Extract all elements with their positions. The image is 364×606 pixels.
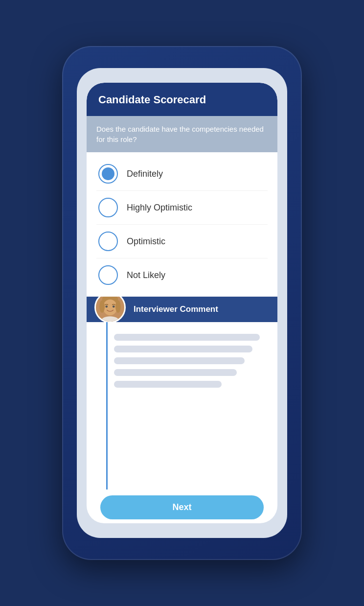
option-not-likely[interactable]: Not Likely — [96, 258, 268, 292]
comment-line-5 — [114, 381, 222, 388]
screen: Candidate Scorecard Does the candidate h… — [87, 83, 277, 523]
comment-header-title: Interviewer Comment — [134, 304, 218, 314]
svg-point-3 — [99, 301, 105, 313]
radio-inner-definitely — [102, 167, 114, 180]
svg-point-6 — [105, 305, 108, 308]
vertical-line — [106, 322, 108, 489]
option-label-definitely: Definitely — [127, 169, 163, 179]
comment-line-1 — [114, 334, 260, 341]
option-highly-optimistic[interactable]: Highly Optimistic — [96, 191, 268, 225]
interviewer-avatar — [94, 297, 126, 323]
radio-optimistic[interactable] — [98, 232, 118, 251]
options-section: Definitely Highly Optimistic Optimistic … — [87, 152, 277, 297]
next-button[interactable]: Next — [100, 495, 264, 519]
phone-inner: Candidate Scorecard Does the candidate h… — [77, 68, 287, 538]
app-header: Candidate Scorecard — [87, 83, 277, 116]
svg-point-7 — [113, 305, 115, 308]
comment-header: Interviewer Comment — [87, 297, 277, 322]
question-bar: Does the candidate have the competencies… — [87, 116, 277, 152]
question-text: Does the candidate have the competencies… — [96, 125, 264, 143]
radio-definitely[interactable] — [98, 164, 118, 184]
comment-line-4 — [114, 369, 237, 376]
app-title: Candidate Scorecard — [98, 93, 206, 106]
comment-lines — [114, 334, 268, 388]
option-optimistic[interactable]: Optimistic — [96, 225, 268, 258]
option-label-optimistic: Optimistic — [127, 236, 165, 247]
svg-point-4 — [115, 301, 121, 313]
comment-line-2 — [114, 346, 252, 352]
option-label-highly-optimistic: Highly Optimistic — [127, 203, 192, 213]
radio-highly-optimistic[interactable] — [98, 198, 118, 217]
comment-body — [87, 322, 277, 489]
option-label-not-likely: Not Likely — [127, 270, 165, 280]
phone-outer: Candidate Scorecard Does the candidate h… — [62, 46, 302, 560]
svg-point-2 — [103, 300, 117, 316]
comment-line-3 — [114, 357, 245, 364]
radio-not-likely[interactable] — [98, 265, 118, 285]
comment-section: Interviewer Comment Next — [87, 297, 277, 523]
option-definitely[interactable]: Definitely — [96, 157, 268, 191]
